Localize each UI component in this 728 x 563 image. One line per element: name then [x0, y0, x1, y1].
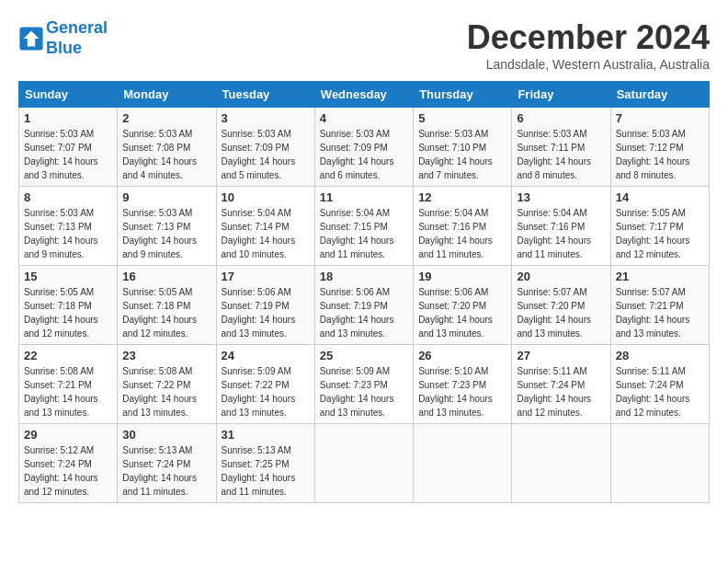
calendar-cell: 31Sunrise: 5:13 AMSunset: 7:25 PMDayligh…	[216, 424, 314, 503]
day-info: Sunrise: 5:03 AMSunset: 7:07 PMDaylight:…	[24, 127, 112, 182]
day-number: 26	[418, 349, 506, 362]
day-info: Sunrise: 5:06 AMSunset: 7:20 PMDaylight:…	[418, 285, 506, 340]
day-info: Sunrise: 5:03 AMSunset: 7:13 PMDaylight:…	[24, 206, 112, 261]
day-number: 21	[616, 270, 704, 283]
calendar-cell: 23Sunrise: 5:08 AMSunset: 7:22 PMDayligh…	[118, 345, 216, 424]
day-number: 17	[222, 270, 310, 283]
calendar-cell: 6Sunrise: 5:03 AMSunset: 7:11 PMDaylight…	[512, 108, 610, 187]
calendar-cell: 2Sunrise: 5:03 AMSunset: 7:08 PMDaylight…	[118, 108, 216, 187]
calendar-cell	[610, 424, 709, 503]
logo-icon	[18, 26, 44, 52]
day-number: 9	[122, 190, 210, 204]
column-header-wednesday: Wednesday	[314, 82, 413, 108]
day-info: Sunrise: 5:10 AMSunset: 7:23 PMDaylight:…	[418, 364, 506, 419]
calendar-cell: 13Sunrise: 5:04 AMSunset: 7:16 PMDayligh…	[512, 187, 610, 266]
calendar-cell: 3Sunrise: 5:03 AMSunset: 7:09 PMDaylight…	[216, 108, 314, 187]
day-number: 18	[320, 270, 408, 283]
calendar-cell: 7Sunrise: 5:03 AMSunset: 7:12 PMDaylight…	[610, 108, 709, 187]
day-number: 28	[616, 349, 704, 362]
day-number: 29	[24, 428, 112, 442]
column-header-thursday: Thursday	[414, 82, 512, 108]
column-header-friday: Friday	[512, 82, 610, 108]
calendar-week-4: 22Sunrise: 5:08 AMSunset: 7:21 PMDayligh…	[19, 345, 710, 424]
day-info: Sunrise: 5:09 AMSunset: 7:22 PMDaylight:…	[222, 364, 310, 419]
day-number: 12	[418, 190, 506, 204]
day-info: Sunrise: 5:09 AMSunset: 7:23 PMDaylight:…	[320, 364, 408, 419]
calendar-cell: 28Sunrise: 5:11 AMSunset: 7:24 PMDayligh…	[610, 345, 709, 424]
page-header: GeneralBlue December 2024 Landsdale, Wes…	[18, 18, 710, 72]
month-title: December 2024	[467, 18, 710, 57]
day-info: Sunrise: 5:06 AMSunset: 7:19 PMDaylight:…	[222, 285, 310, 340]
column-header-sunday: Sunday	[19, 82, 118, 108]
day-info: Sunrise: 5:06 AMSunset: 7:19 PMDaylight:…	[320, 285, 408, 340]
day-info: Sunrise: 5:13 AMSunset: 7:25 PMDaylight:…	[222, 443, 310, 499]
day-number: 14	[616, 190, 704, 204]
calendar-cell: 29Sunrise: 5:12 AMSunset: 7:24 PMDayligh…	[19, 424, 118, 503]
calendar-week-3: 15Sunrise: 5:05 AMSunset: 7:18 PMDayligh…	[19, 266, 710, 345]
column-header-saturday: Saturday	[610, 82, 709, 108]
day-info: Sunrise: 5:11 AMSunset: 7:24 PMDaylight:…	[517, 364, 605, 419]
column-header-tuesday: Tuesday	[216, 82, 314, 108]
day-number: 15	[24, 270, 112, 283]
day-info: Sunrise: 5:03 AMSunset: 7:11 PMDaylight:…	[517, 127, 605, 182]
day-info: Sunrise: 5:08 AMSunset: 7:22 PMDaylight:…	[122, 364, 210, 419]
day-number: 27	[517, 349, 605, 362]
day-info: Sunrise: 5:13 AMSunset: 7:24 PMDaylight:…	[122, 443, 210, 499]
calendar-table: SundayMondayTuesdayWednesdayThursdayFrid…	[18, 81, 710, 503]
title-block: December 2024 Landsdale, Western Austral…	[467, 18, 710, 72]
calendar-cell: 16Sunrise: 5:05 AMSunset: 7:18 PMDayligh…	[118, 266, 216, 345]
calendar-cell: 18Sunrise: 5:06 AMSunset: 7:19 PMDayligh…	[314, 266, 413, 345]
logo: GeneralBlue	[18, 18, 108, 58]
day-number: 11	[320, 190, 408, 204]
day-info: Sunrise: 5:11 AMSunset: 7:24 PMDaylight:…	[616, 364, 704, 419]
day-number: 23	[122, 349, 210, 362]
calendar-cell	[414, 424, 512, 503]
calendar-cell: 1Sunrise: 5:03 AMSunset: 7:07 PMDaylight…	[19, 108, 118, 187]
day-number: 10	[222, 190, 310, 204]
day-number: 2	[122, 111, 210, 125]
day-info: Sunrise: 5:03 AMSunset: 7:08 PMDaylight:…	[122, 127, 210, 182]
day-number: 6	[517, 111, 605, 125]
day-number: 5	[418, 111, 506, 125]
calendar-cell: 14Sunrise: 5:05 AMSunset: 7:17 PMDayligh…	[610, 187, 709, 266]
calendar-cell: 5Sunrise: 5:03 AMSunset: 7:10 PMDaylight…	[414, 108, 512, 187]
day-number: 22	[24, 349, 112, 362]
location: Landsdale, Western Australia, Australia	[467, 57, 710, 72]
day-info: Sunrise: 5:04 AMSunset: 7:16 PMDaylight:…	[418, 206, 506, 261]
calendar-cell	[314, 424, 413, 503]
calendar-cell: 27Sunrise: 5:11 AMSunset: 7:24 PMDayligh…	[512, 345, 610, 424]
day-number: 30	[122, 428, 210, 442]
day-info: Sunrise: 5:05 AMSunset: 7:17 PMDaylight:…	[616, 206, 704, 261]
calendar-cell: 9Sunrise: 5:03 AMSunset: 7:13 PMDaylight…	[118, 187, 216, 266]
day-info: Sunrise: 5:08 AMSunset: 7:21 PMDaylight:…	[24, 364, 112, 419]
day-info: Sunrise: 5:04 AMSunset: 7:15 PMDaylight:…	[320, 206, 408, 261]
logo-text: GeneralBlue	[46, 18, 108, 58]
day-number: 1	[24, 111, 112, 125]
calendar-week-2: 8Sunrise: 5:03 AMSunset: 7:13 PMDaylight…	[19, 187, 710, 266]
calendar-cell: 8Sunrise: 5:03 AMSunset: 7:13 PMDaylight…	[19, 187, 118, 266]
day-info: Sunrise: 5:03 AMSunset: 7:09 PMDaylight:…	[320, 127, 408, 182]
day-number: 13	[517, 190, 605, 204]
day-number: 16	[122, 270, 210, 283]
calendar-cell: 22Sunrise: 5:08 AMSunset: 7:21 PMDayligh…	[19, 345, 118, 424]
calendar-body: 1Sunrise: 5:03 AMSunset: 7:07 PMDaylight…	[19, 108, 710, 503]
day-info: Sunrise: 5:03 AMSunset: 7:09 PMDaylight:…	[222, 127, 310, 182]
calendar-week-1: 1Sunrise: 5:03 AMSunset: 7:07 PMDaylight…	[19, 108, 710, 187]
calendar-cell: 25Sunrise: 5:09 AMSunset: 7:23 PMDayligh…	[314, 345, 413, 424]
calendar-cell: 19Sunrise: 5:06 AMSunset: 7:20 PMDayligh…	[414, 266, 512, 345]
calendar-cell: 4Sunrise: 5:03 AMSunset: 7:09 PMDaylight…	[314, 108, 413, 187]
day-number: 31	[222, 428, 310, 442]
day-number: 8	[24, 190, 112, 204]
day-info: Sunrise: 5:07 AMSunset: 7:20 PMDaylight:…	[517, 285, 605, 340]
calendar-cell: 26Sunrise: 5:10 AMSunset: 7:23 PMDayligh…	[414, 345, 512, 424]
day-info: Sunrise: 5:03 AMSunset: 7:10 PMDaylight:…	[418, 127, 506, 182]
day-info: Sunrise: 5:04 AMSunset: 7:14 PMDaylight:…	[222, 206, 310, 261]
calendar-week-5: 29Sunrise: 5:12 AMSunset: 7:24 PMDayligh…	[19, 424, 710, 503]
day-info: Sunrise: 5:03 AMSunset: 7:12 PMDaylight:…	[616, 127, 704, 182]
calendar-cell	[512, 424, 610, 503]
calendar-cell: 30Sunrise: 5:13 AMSunset: 7:24 PMDayligh…	[118, 424, 216, 503]
calendar-cell: 24Sunrise: 5:09 AMSunset: 7:22 PMDayligh…	[216, 345, 314, 424]
day-number: 24	[222, 349, 310, 362]
calendar-cell: 20Sunrise: 5:07 AMSunset: 7:20 PMDayligh…	[512, 266, 610, 345]
calendar-cell: 21Sunrise: 5:07 AMSunset: 7:21 PMDayligh…	[610, 266, 709, 345]
